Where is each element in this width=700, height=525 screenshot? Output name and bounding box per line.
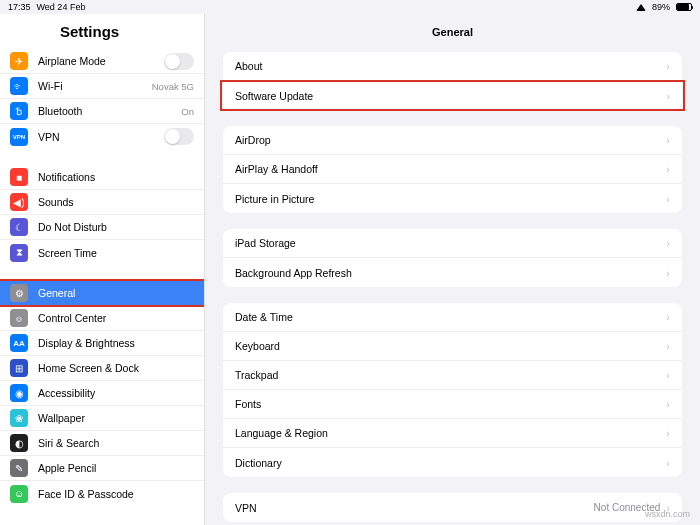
hourglass-icon: ⧗ xyxy=(10,244,28,262)
status-time: 17:35 xyxy=(8,2,31,12)
row-label: Date & Time xyxy=(235,311,666,323)
general-panel: General About›Software Update›AirDrop›Ai… xyxy=(205,14,700,525)
chevron-right-icon: › xyxy=(666,90,670,102)
sidebar-item-label: Control Center xyxy=(38,312,194,324)
bell-icon: ■ xyxy=(10,168,28,186)
sidebar-item-siri-search[interactable]: ◐Siri & Search xyxy=(0,431,204,456)
moon-icon: ☾ xyxy=(10,218,28,236)
row-fonts[interactable]: Fonts› xyxy=(223,390,682,419)
aa-icon: AA xyxy=(10,334,28,352)
sidebar-item-control-center[interactable]: ⌾Control Center xyxy=(0,306,204,331)
row-date-time[interactable]: Date & Time› xyxy=(223,303,682,332)
row-label: AirDrop xyxy=(235,134,666,146)
sidebar-item-apple-pencil[interactable]: ✎Apple Pencil xyxy=(0,456,204,481)
row-picture-in-picture[interactable]: Picture in Picture› xyxy=(223,184,682,213)
flower-icon: ❀ xyxy=(10,409,28,427)
wifi-icon: ᯤ xyxy=(10,77,28,95)
sidebar-item-label: Home Screen & Dock xyxy=(38,362,194,374)
row-ipad-storage[interactable]: iPad Storage› xyxy=(223,229,682,258)
sidebar-item-do-not-disturb[interactable]: ☾Do Not Disturb xyxy=(0,215,204,240)
chevron-right-icon: › xyxy=(666,237,670,249)
sidebar-item-label: Screen Time xyxy=(38,247,194,259)
panel-title: General xyxy=(223,14,682,52)
row-trackpad[interactable]: Trackpad› xyxy=(223,361,682,390)
grid-icon: ⊞ xyxy=(10,359,28,377)
gear-icon: ⚙ xyxy=(10,284,28,302)
row-keyboard[interactable]: Keyboard› xyxy=(223,332,682,361)
sidebar-item-label: Airplane Mode xyxy=(38,55,164,67)
sidebar-item-label: Do Not Disturb xyxy=(38,221,194,233)
sidebar-item-label: Bluetooth xyxy=(38,105,181,117)
person-icon: ◉ xyxy=(10,384,28,402)
toggle-switch[interactable] xyxy=(164,53,194,70)
sidebar-item-label: Notifications xyxy=(38,171,194,183)
row-label: Background App Refresh xyxy=(235,267,666,279)
sidebar-item-display-brightness[interactable]: AADisplay & Brightness xyxy=(0,331,204,356)
row-label: VPN xyxy=(235,502,594,514)
chevron-right-icon: › xyxy=(666,457,670,469)
row-dictionary[interactable]: Dictionary› xyxy=(223,448,682,477)
sidebar-item-wallpaper[interactable]: ❀Wallpaper xyxy=(0,406,204,431)
status-bar: 17:35 Wed 24 Feb 89% xyxy=(0,0,700,14)
sidebar-item-label: Face ID & Passcode xyxy=(38,488,194,500)
row-airdrop[interactable]: AirDrop› xyxy=(223,126,682,155)
sidebar-item-accessibility[interactable]: ◉Accessibility xyxy=(0,381,204,406)
sidebar-title: Settings xyxy=(0,14,204,48)
siri-icon: ◐ xyxy=(10,434,28,452)
chevron-right-icon: › xyxy=(666,427,670,439)
chevron-right-icon: › xyxy=(666,60,670,72)
sidebar-item-screen-time[interactable]: ⧗Screen Time xyxy=(0,240,204,265)
row-airplay-handoff[interactable]: AirPlay & Handoff› xyxy=(223,155,682,184)
sidebar-item-home-screen-dock[interactable]: ⊞Home Screen & Dock xyxy=(0,356,204,381)
status-date: Wed 24 Feb xyxy=(37,2,86,12)
sidebar-item-bluetooth[interactable]: ␢BluetoothOn xyxy=(0,99,204,124)
sidebar-item-face-id-passcode[interactable]: ☺Face ID & Passcode xyxy=(0,481,204,506)
sound-icon: ◀) xyxy=(10,193,28,211)
sidebar-item-general[interactable]: ⚙General xyxy=(0,281,204,306)
sidebar-item-notifications[interactable]: ■Notifications xyxy=(0,165,204,190)
row-software-update[interactable]: Software Update› xyxy=(223,81,682,110)
sidebar-item-label: Apple Pencil xyxy=(38,462,194,474)
row-about[interactable]: About› xyxy=(223,52,682,81)
row-label: Fonts xyxy=(235,398,666,410)
row-label: Software Update xyxy=(235,90,666,102)
chevron-right-icon: › xyxy=(666,340,670,352)
row-label: iPad Storage xyxy=(235,237,666,249)
row-language-region[interactable]: Language & Region› xyxy=(223,419,682,448)
sidebar-item-label: Accessibility xyxy=(38,387,194,399)
row-label: Keyboard xyxy=(235,340,666,352)
sidebar-item-label: General xyxy=(38,287,194,299)
sidebar-item-label: VPN xyxy=(38,131,164,143)
pencil-icon: ✎ xyxy=(10,459,28,477)
battery-icon xyxy=(676,3,692,11)
settings-sidebar: Settings ✈Airplane ModeᯤWi-FiNovak 5G␢Bl… xyxy=(0,14,205,525)
sidebar-item-value: Novak 5G xyxy=(152,81,194,92)
chevron-right-icon: › xyxy=(666,311,670,323)
row-label: Trackpad xyxy=(235,369,666,381)
toggle-switch[interactable] xyxy=(164,128,194,145)
sidebar-item-label: Wi-Fi xyxy=(38,80,152,92)
vpn-icon: VPN xyxy=(10,128,28,146)
sidebar-item-sounds[interactable]: ◀)Sounds xyxy=(0,190,204,215)
row-label: Dictionary xyxy=(235,457,666,469)
chevron-right-icon: › xyxy=(666,134,670,146)
airplane-icon: ✈ xyxy=(10,52,28,70)
chevron-right-icon: › xyxy=(666,193,670,205)
sliders-icon: ⌾ xyxy=(10,309,28,327)
chevron-right-icon: › xyxy=(666,267,670,279)
chevron-right-icon: › xyxy=(666,369,670,381)
sidebar-item-value: On xyxy=(181,106,194,117)
sidebar-item-label: Sounds xyxy=(38,196,194,208)
sidebar-item-label: Wallpaper xyxy=(38,412,194,424)
chevron-right-icon: › xyxy=(666,398,670,410)
sidebar-item-wi-fi[interactable]: ᯤWi-FiNovak 5G xyxy=(0,74,204,99)
sidebar-item-vpn[interactable]: VPNVPN xyxy=(0,124,204,149)
faceid-icon: ☺ xyxy=(10,485,28,503)
sidebar-item-label: Display & Brightness xyxy=(38,337,194,349)
bt-icon: ␢ xyxy=(10,102,28,120)
row-vpn[interactable]: VPNNot Connected› xyxy=(223,493,682,522)
watermark: wsxdn.com xyxy=(645,509,690,519)
row-label: Language & Region xyxy=(235,427,666,439)
sidebar-item-airplane-mode[interactable]: ✈Airplane Mode xyxy=(0,49,204,74)
row-background-app-refresh[interactable]: Background App Refresh› xyxy=(223,258,682,287)
